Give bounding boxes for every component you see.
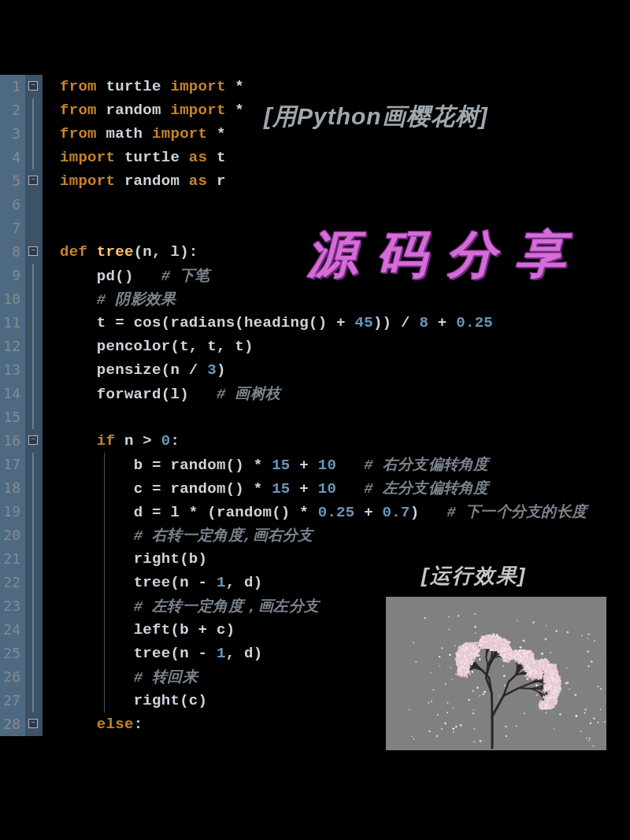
fold-gutter bbox=[25, 146, 43, 169]
svg-point-6049 bbox=[556, 684, 558, 686]
fold-toggle-icon[interactable]: − bbox=[28, 246, 38, 256]
svg-point-10202 bbox=[532, 667, 535, 669]
fold-toggle-icon[interactable]: − bbox=[28, 176, 38, 185]
svg-point-10207 bbox=[533, 673, 535, 675]
svg-point-18350 bbox=[473, 728, 475, 730]
svg-point-18390 bbox=[475, 632, 476, 634]
svg-point-17533 bbox=[461, 668, 462, 670]
svg-point-6081 bbox=[551, 672, 553, 673]
svg-point-6334 bbox=[539, 704, 540, 705]
svg-line-1091 bbox=[517, 663, 517, 668]
svg-point-18315 bbox=[545, 712, 547, 714]
svg-point-18255 bbox=[473, 653, 475, 655]
svg-point-18320 bbox=[597, 686, 598, 687]
fold-gutter bbox=[25, 547, 43, 571]
svg-point-14367 bbox=[501, 643, 502, 645]
svg-point-18354 bbox=[424, 617, 426, 619]
svg-point-5888 bbox=[548, 686, 550, 687]
svg-point-18369 bbox=[474, 613, 476, 615]
svg-point-18195 bbox=[466, 657, 467, 657]
svg-point-3005 bbox=[547, 690, 547, 691]
svg-point-10102 bbox=[527, 661, 529, 664]
svg-point-16444 bbox=[462, 646, 463, 646]
svg-point-10203 bbox=[532, 672, 533, 674]
svg-line-349 bbox=[519, 688, 532, 689]
svg-point-18285 bbox=[452, 727, 454, 730]
svg-point-6056 bbox=[550, 684, 552, 686]
svg-point-14361 bbox=[502, 642, 504, 643]
svg-point-18305 bbox=[587, 638, 588, 639]
svg-point-17388 bbox=[458, 675, 460, 676]
svg-point-8247 bbox=[521, 665, 522, 666]
svg-point-18364 bbox=[587, 633, 589, 635]
svg-point-18384 bbox=[584, 712, 585, 714]
svg-point-8024 bbox=[527, 650, 528, 652]
svg-point-18303 bbox=[584, 709, 587, 711]
svg-point-18181 bbox=[464, 657, 465, 658]
line-number: 6 bbox=[0, 193, 25, 216]
svg-point-10195 bbox=[529, 668, 530, 669]
fold-toggle-icon[interactable]: − bbox=[28, 719, 38, 728]
svg-point-18307 bbox=[567, 631, 569, 634]
svg-point-6766 bbox=[551, 703, 553, 705]
svg-point-18380 bbox=[588, 739, 590, 741]
svg-point-9371 bbox=[516, 651, 517, 653]
svg-point-4602 bbox=[545, 664, 547, 666]
svg-point-16436 bbox=[465, 645, 466, 646]
svg-point-3213 bbox=[546, 687, 547, 688]
svg-point-18376 bbox=[505, 726, 506, 727]
fold-gutter bbox=[25, 453, 43, 476]
code-text: from math import * bbox=[43, 125, 226, 142]
line-number: 2 bbox=[0, 98, 25, 122]
svg-point-10094 bbox=[535, 662, 536, 664]
svg-point-6873 bbox=[552, 696, 554, 698]
svg-point-16427 bbox=[460, 653, 461, 653]
svg-point-7500 bbox=[539, 673, 541, 675]
code-line: 20 # 右转一定角度,画右分支 bbox=[0, 524, 630, 547]
svg-point-6708 bbox=[551, 706, 554, 709]
svg-point-4668 bbox=[552, 667, 554, 669]
svg-point-18281 bbox=[600, 688, 602, 690]
svg-point-13581 bbox=[484, 642, 486, 645]
svg-point-6386 bbox=[539, 708, 541, 709]
line-number: 20 bbox=[0, 524, 25, 547]
svg-point-18328 bbox=[428, 731, 430, 732]
svg-point-18292 bbox=[498, 695, 500, 697]
svg-point-18192 bbox=[462, 656, 464, 657]
svg-point-18349 bbox=[594, 640, 595, 642]
svg-point-18310 bbox=[589, 738, 591, 739]
svg-point-18312 bbox=[472, 690, 474, 691]
svg-point-7499 bbox=[539, 667, 541, 668]
svg-point-14381 bbox=[498, 646, 500, 648]
svg-point-18366 bbox=[566, 682, 569, 684]
line-number: 13 bbox=[0, 358, 25, 382]
fold-gutter: − bbox=[25, 75, 43, 98]
svg-point-18290 bbox=[447, 712, 448, 713]
line-number: 22 bbox=[0, 571, 25, 594]
svg-point-17401 bbox=[463, 676, 465, 678]
svg-point-16208 bbox=[470, 643, 471, 644]
svg-point-9546 bbox=[528, 657, 530, 660]
svg-point-10151 bbox=[529, 666, 531, 668]
svg-point-14525 bbox=[496, 642, 498, 644]
fold-toggle-icon[interactable]: − bbox=[28, 435, 38, 445]
svg-point-10206 bbox=[535, 672, 536, 674]
fold-gutter bbox=[25, 405, 43, 429]
fold-gutter: − bbox=[25, 429, 43, 453]
fold-toggle-icon[interactable]: − bbox=[28, 81, 38, 91]
svg-point-18337 bbox=[593, 717, 595, 720]
svg-point-5652 bbox=[547, 692, 549, 694]
svg-point-13573 bbox=[484, 640, 485, 642]
svg-point-4626 bbox=[547, 666, 549, 668]
svg-point-17544 bbox=[463, 669, 464, 670]
svg-point-18375 bbox=[409, 709, 410, 711]
fold-gutter bbox=[25, 335, 43, 358]
svg-point-9823 bbox=[516, 657, 517, 658]
code-text: b = random() * 15 + 10 # 右分支偏转角度 bbox=[43, 454, 489, 475]
code-text: left(b + c) bbox=[43, 621, 235, 638]
fold-gutter bbox=[25, 594, 43, 618]
code-line: 12 pencolor(t, t, t) bbox=[0, 335, 630, 358]
svg-point-16447 bbox=[458, 646, 460, 648]
svg-point-13025 bbox=[510, 650, 512, 652]
fold-gutter bbox=[25, 665, 43, 689]
